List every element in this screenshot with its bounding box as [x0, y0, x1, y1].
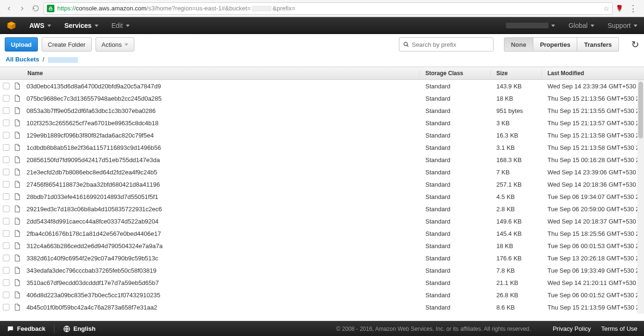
row-checkbox[interactable] [3, 230, 9, 237]
tab-properties[interactable]: Properties [533, 37, 577, 52]
scrollbar[interactable] [637, 80, 644, 314]
table-row[interactable]: 1cdbdb8b8ab518e2f36a1157116893c9d1496b56… [0, 141, 644, 154]
col-storage-class[interactable]: Storage Class [420, 70, 491, 77]
file-icon [13, 82, 21, 90]
tab-none[interactable]: None [504, 37, 534, 52]
browser-menu-icon[interactable]: ⋮ [626, 3, 640, 14]
back-button[interactable] [4, 3, 14, 14]
object-name[interactable]: 343edafa3dec796cccbab37265feb50c58f03819 [26, 267, 420, 274]
row-checkbox[interactable] [3, 255, 9, 261]
row-checkbox[interactable] [3, 279, 9, 286]
row-checkbox[interactable] [3, 193, 9, 200]
last-modified: Tue Sep 06 19:33:49 GMT+530 2016 [542, 267, 644, 274]
search-input[interactable] [412, 41, 489, 48]
object-name[interactable]: 2dd5434f8d991caecc44a8fce03374d522ab9204 [26, 218, 420, 225]
row-checkbox[interactable] [3, 206, 9, 212]
object-name[interactable]: 3382d61c40f9c6954f2e29c07a4790b9c59b513c [26, 255, 420, 262]
row-checkbox[interactable] [3, 181, 9, 188]
terms-link[interactable]: Terms of Use [601, 325, 637, 332]
row-checkbox[interactable] [3, 107, 9, 114]
row-checkbox[interactable] [3, 83, 9, 89]
row-checkbox[interactable] [3, 144, 9, 151]
table-row[interactable]: 29219ed3c7d183c06b8ab4d105835722931c2ec6… [0, 203, 644, 215]
breadcrumb-bucket-redacted[interactable] [48, 57, 78, 63]
row-checkbox[interactable] [3, 304, 9, 310]
account-menu[interactable] [506, 23, 555, 28]
row-checkbox[interactable] [3, 132, 9, 138]
services-menu[interactable]: Services [64, 22, 98, 29]
table-row[interactable]: 2dd5434f8d991caecc44a8fce03374d522ab9204… [0, 215, 644, 227]
object-name[interactable]: 4b45c01f0b0f59bc42a4c76a2873a658f7e31aa2 [26, 304, 420, 311]
table-row[interactable]: 129e9b1889cf096b3f80f82fada6ac820c79f5e4… [0, 129, 644, 141]
feedback-link[interactable]: Feedback [7, 325, 45, 333]
actions-button[interactable]: Actions [96, 37, 135, 52]
object-name[interactable]: 03d0ebc4135d6d8a64700d20bfd9a20c5a7847d9 [26, 83, 420, 90]
table-row[interactable]: 20856150fd7fd9095d42417d51eb755dd147e3da… [0, 154, 644, 166]
row-checkbox[interactable] [3, 95, 9, 102]
region-menu[interactable]: Global [568, 22, 594, 29]
object-name[interactable]: 3510ac67df9ecdd03dcdddf17e7d7a59eb5d65b7 [26, 279, 420, 286]
col-name[interactable]: Name [0, 70, 420, 77]
breadcrumb-all-buckets[interactable]: All Buckets [6, 56, 39, 63]
object-name[interactable]: 0853a3b7ff9e05d2df6fa63dbc1c3b307eba0286 [26, 107, 420, 114]
caret-down-icon [124, 43, 128, 46]
row-checkbox[interactable] [3, 242, 9, 249]
create-folder-button[interactable]: Create Folder [42, 37, 91, 52]
object-name[interactable]: 406d8d223a09bc835e37b0ec5cc1f07432910235 [26, 292, 420, 299]
table-row[interactable]: 102f3253c2655625cf7ea6701be89635c8dc4b18… [0, 117, 644, 129]
table-row[interactable]: 21e3ecfd2db7b8086ebc8ed64d2fd2ea4f9c24b5… [0, 166, 644, 178]
table-row[interactable]: 2fba4c061676b178c1a81d42e567e0bed4406e17… [0, 227, 644, 240]
table-row[interactable]: 3382d61c40f9c6954f2e29c07a4790b9c59b513c… [0, 252, 644, 264]
object-name[interactable]: 21e3ecfd2db7b8086ebc8ed64d2fd2ea4f9c24b5 [26, 169, 420, 176]
table-row[interactable]: 03d0ebc4135d6d8a64700d20bfd9a20c5a7847d9… [0, 80, 644, 92]
row-checkbox[interactable] [3, 156, 9, 163]
row-checkbox[interactable] [3, 120, 9, 126]
support-menu[interactable]: Support [608, 22, 637, 29]
col-last-modified[interactable]: Last Modified [542, 70, 644, 77]
object-name[interactable]: 27456f8654118873e2baa32bfd680421d8a41196 [26, 181, 420, 188]
refresh-button[interactable]: ↻ [631, 39, 639, 50]
row-checkbox[interactable] [3, 267, 9, 274]
forward-button[interactable] [17, 3, 27, 14]
tab-transfers[interactable]: Transfers [577, 37, 619, 52]
table-row[interactable]: 406d8d223a09bc835e37b0ec5cc1f07432910235… [0, 289, 644, 301]
table-row[interactable]: 27456f8654118873e2baa32bfd680421d8a41196… [0, 178, 644, 190]
table-row[interactable]: 28bdb71d033efe41616992014893d7d55051f5f1… [0, 190, 644, 203]
object-name[interactable]: 29219ed3c7d183c06b8ab4d105835722931c2ec6 [26, 206, 420, 213]
table-row[interactable]: 075bc9688ec7c3d136557948aebb2cc245d0a285… [0, 92, 644, 104]
reload-button[interactable] [30, 3, 41, 14]
aws-logo-icon[interactable] [7, 21, 16, 30]
col-size[interactable]: Size [491, 70, 542, 77]
scrollbar-thumb[interactable] [638, 82, 643, 138]
object-size: 7.8 KB [491, 267, 542, 274]
row-checkbox[interactable] [3, 218, 9, 224]
aws-menu[interactable]: AWS [29, 22, 51, 29]
object-name[interactable]: 1cdbdb8b8ab518e2f36a1157116893c9d1496b56 [26, 144, 420, 151]
row-checkbox[interactable] [3, 169, 9, 175]
language-link[interactable]: English [63, 325, 96, 333]
extension-icon[interactable]: 🌹 [616, 5, 623, 12]
object-name[interactable]: 28bdb71d033efe41616992014893d7d55051f5f1 [26, 193, 420, 200]
address-bar[interactable]: https:// console.aws.amazon.com /s3/home… [44, 2, 613, 15]
object-name[interactable]: 129e9b1889cf096b3f80f82fada6ac820c79f5e4 [26, 132, 420, 139]
object-name[interactable]: 2fba4c061676b178c1a81d42e567e0bed4406e17 [26, 230, 420, 237]
table-row[interactable]: 343edafa3dec796cccbab37265feb50c58f03819… [0, 264, 644, 276]
bookmark-star-icon[interactable]: ☆ [603, 5, 609, 12]
table-row[interactable]: 0853a3b7ff9e05d2df6fa63dbc1c3b307eba0286… [0, 104, 644, 117]
object-name[interactable]: 102f3253c2655625cf7ea6701be89635c8dc4b18 [26, 120, 420, 127]
actions-label: Actions [102, 41, 122, 48]
divider [54, 325, 54, 333]
object-name[interactable]: 20856150fd7fd9095d42417d51eb755dd147e3da [26, 156, 420, 164]
privacy-link[interactable]: Privacy Policy [553, 325, 591, 332]
edit-menu[interactable]: Edit [112, 22, 130, 29]
row-checkbox[interactable] [3, 292, 9, 298]
table-row[interactable]: 312c4a663b286cedd2e6d94d790504324e7a9a7a… [0, 240, 644, 252]
account-redacted [506, 23, 548, 28]
table-row[interactable]: 4b45c01f0b0f59bc42a4c76a2873a658f7e31aa2… [0, 301, 644, 313]
object-name[interactable]: 312c4a663b286cedd2e6d94d790504324e7a9a7a [26, 242, 420, 250]
search-box[interactable] [399, 37, 494, 52]
storage-class: Standard [420, 95, 491, 102]
object-name[interactable]: 075bc9688ec7c3d136557948aebb2cc245d0a285 [26, 95, 420, 102]
table-row[interactable]: 3510ac67df9ecdd03dcdddf17e7d7a59eb5d65b7… [0, 276, 644, 289]
upload-button[interactable]: Upload [5, 37, 38, 52]
